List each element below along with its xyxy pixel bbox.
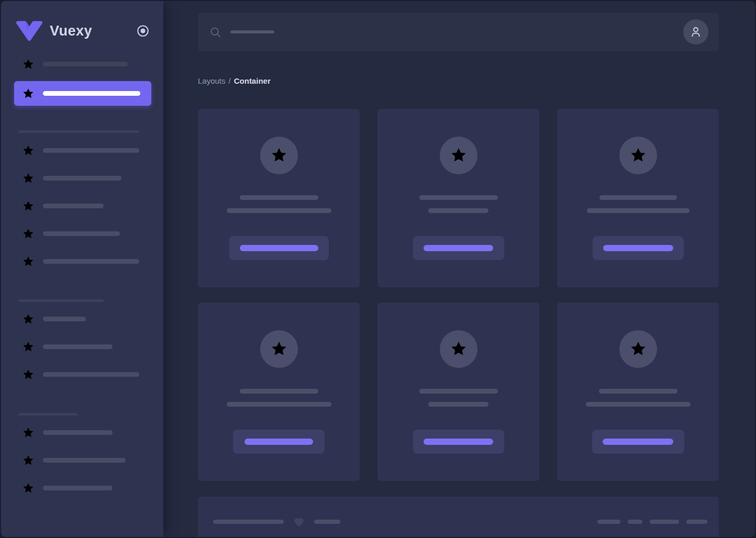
star-icon xyxy=(629,147,647,164)
card-button-label-skeleton xyxy=(603,245,673,251)
card-subtitle-skeleton xyxy=(587,208,690,213)
demo-card xyxy=(377,302,539,481)
sidebar-item-label-skeleton xyxy=(43,486,113,490)
card-button[interactable] xyxy=(413,236,504,260)
sidebar-item[interactable] xyxy=(1,446,163,474)
footer-row xyxy=(213,515,707,528)
footer-text-skeleton xyxy=(213,520,284,524)
card-button-label-skeleton xyxy=(424,439,493,445)
person-icon xyxy=(689,25,703,39)
sidebar-item[interactable] xyxy=(1,305,163,333)
card-title-skeleton xyxy=(240,195,318,200)
sidebar: Vuexy xyxy=(1,1,163,537)
star-icon xyxy=(22,427,35,439)
sidebar-item[interactable] xyxy=(1,192,163,220)
card-subtitle-skeleton xyxy=(227,208,331,213)
sidebar-item[interactable] xyxy=(1,248,163,275)
card-title-skeleton xyxy=(240,389,318,394)
sidebar-item-label-skeleton xyxy=(43,148,139,153)
star-icon xyxy=(22,341,35,353)
sidebar-nav xyxy=(1,50,163,502)
star-icon xyxy=(22,200,35,212)
sidebar-item-label-skeleton xyxy=(43,176,121,181)
sidebar-item[interactable] xyxy=(1,419,163,446)
breadcrumb-parent-link[interactable]: Layouts xyxy=(198,76,226,85)
star-icon xyxy=(22,454,35,467)
sidebar-item-active[interactable] xyxy=(14,81,151,106)
menu-pin-toggle-icon[interactable] xyxy=(136,24,150,38)
star-icon xyxy=(270,340,288,358)
sidebar-item[interactable] xyxy=(1,220,163,248)
sidebar-item[interactable] xyxy=(1,333,163,361)
card-title-skeleton xyxy=(419,195,498,200)
footer-card xyxy=(198,497,719,538)
star-icon xyxy=(629,340,647,358)
sidebar-section-header-skeleton xyxy=(18,130,139,133)
star-icon xyxy=(22,228,35,240)
demo-card xyxy=(198,302,360,481)
footer-text-skeleton xyxy=(314,520,340,524)
sidebar-item[interactable] xyxy=(1,164,163,192)
sidebar-item-label-skeleton xyxy=(43,372,139,377)
star-icon xyxy=(450,147,468,164)
star-icon xyxy=(22,172,35,185)
sidebar-item[interactable] xyxy=(1,474,163,502)
card-button-label-skeleton xyxy=(240,245,318,251)
card-avatar-circle xyxy=(260,330,298,368)
app-title: Vuexy xyxy=(50,23,92,39)
card-subtitle-skeleton xyxy=(586,402,691,407)
card-subtitle-skeleton xyxy=(428,208,488,213)
sidebar-item-label-skeleton xyxy=(43,62,128,66)
demo-card xyxy=(377,109,539,287)
breadcrumb-separator: / xyxy=(229,76,231,85)
card-button[interactable] xyxy=(233,430,325,454)
main-content: Layouts/Container xyxy=(163,1,755,537)
sidebar-item-label-skeleton xyxy=(43,259,139,264)
sidebar-item[interactable] xyxy=(1,361,163,388)
card-title-skeleton xyxy=(419,389,498,394)
card-avatar-circle xyxy=(440,137,477,174)
sidebar-item[interactable] xyxy=(1,137,163,164)
demo-card xyxy=(557,302,719,481)
sidebar-item-label-skeleton xyxy=(43,458,126,463)
footer-link-skeleton xyxy=(650,520,679,524)
star-icon xyxy=(22,87,35,100)
card-button[interactable] xyxy=(593,236,684,260)
card-button[interactable] xyxy=(413,430,504,454)
card-avatar-circle xyxy=(619,137,657,174)
breadcrumb: Layouts/Container xyxy=(198,76,719,86)
sidebar-item-label-skeleton xyxy=(43,344,113,349)
star-icon xyxy=(22,58,35,71)
search-icon xyxy=(209,26,221,38)
star-icon xyxy=(22,313,35,326)
card-avatar-circle xyxy=(260,137,298,174)
footer-link-skeleton xyxy=(597,520,620,524)
footer-links xyxy=(597,520,707,524)
card-button[interactable] xyxy=(592,430,684,454)
card-button-label-skeleton xyxy=(424,245,493,251)
star-icon xyxy=(450,340,468,358)
sidebar-item-label-skeleton xyxy=(43,91,140,96)
sidebar-item[interactable] xyxy=(1,50,163,78)
card-title-skeleton xyxy=(599,389,677,394)
star-icon xyxy=(22,144,35,157)
search-bar[interactable] xyxy=(198,13,719,51)
star-icon xyxy=(22,255,35,268)
sidebar-section-header-skeleton xyxy=(18,299,104,302)
card-avatar-circle xyxy=(440,330,477,368)
card-avatar-circle xyxy=(619,330,657,368)
sidebar-item-label-skeleton xyxy=(43,317,86,321)
card-grid xyxy=(198,109,719,481)
app-window: Vuexy xyxy=(0,0,756,538)
card-button-label-skeleton xyxy=(244,439,313,445)
demo-card xyxy=(198,109,360,287)
star-icon xyxy=(270,147,288,164)
sidebar-item-label-skeleton xyxy=(43,430,113,435)
heart-icon[interactable] xyxy=(293,515,305,528)
star-icon xyxy=(22,482,35,495)
demo-card xyxy=(557,109,719,287)
vuexy-logo-icon xyxy=(16,19,43,42)
user-avatar-button[interactable] xyxy=(683,19,708,44)
card-subtitle-skeleton xyxy=(227,402,331,407)
card-button[interactable] xyxy=(229,236,329,260)
